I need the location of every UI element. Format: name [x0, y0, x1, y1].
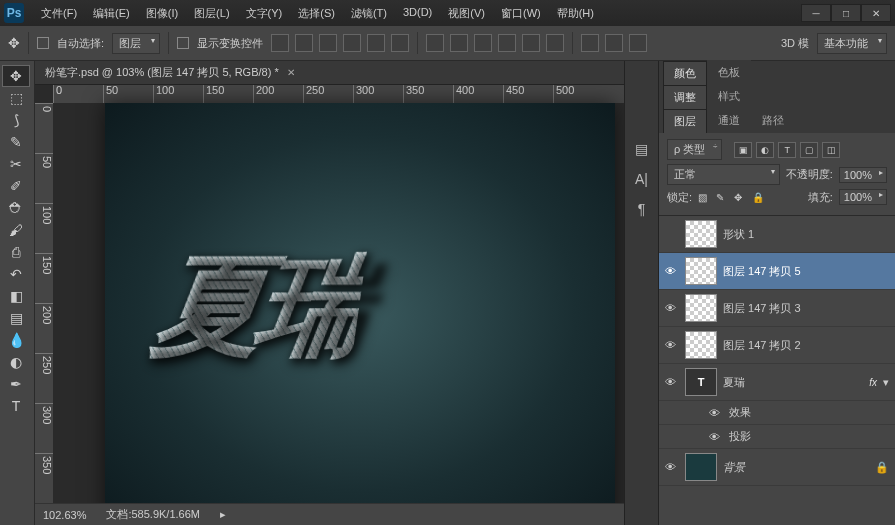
- move-tool[interactable]: ✥: [2, 65, 30, 87]
- layer-thumb[interactable]: T: [685, 368, 717, 396]
- dist-3-icon[interactable]: [474, 34, 492, 52]
- filter-shape-icon[interactable]: ▢: [800, 142, 818, 158]
- visibility-toggle[interactable]: 👁: [665, 302, 679, 314]
- fx-chevron-icon[interactable]: ▾: [883, 376, 889, 389]
- menu-window[interactable]: 窗口(W): [494, 3, 548, 24]
- status-arrow-icon[interactable]: ▸: [220, 508, 226, 521]
- transform-checkbox[interactable]: [177, 37, 189, 49]
- wand-tool[interactable]: ✎: [2, 131, 30, 153]
- tab-paths[interactable]: 路径: [751, 108, 795, 133]
- menu-file[interactable]: 文件(F): [34, 3, 84, 24]
- filter-type-dropdown[interactable]: ρ 类型: [667, 139, 722, 160]
- gradient-tool[interactable]: ▤: [2, 307, 30, 329]
- align-vcenter-icon[interactable]: [295, 34, 313, 52]
- lock-pos-icon[interactable]: ✥: [734, 192, 746, 203]
- menu-view[interactable]: 视图(V): [441, 3, 492, 24]
- crop-tool[interactable]: ✂: [2, 153, 30, 175]
- visibility-toggle[interactable]: 👁: [665, 461, 679, 473]
- layer-row[interactable]: 👁 T 夏瑞 fx ▾: [659, 364, 895, 401]
- layer-name[interactable]: 图层 147 拷贝 2: [723, 338, 889, 353]
- layer-name[interactable]: 图层 147 拷贝 3: [723, 301, 889, 316]
- menu-help[interactable]: 帮助(H): [550, 3, 601, 24]
- canvas-text-art[interactable]: 夏瑞: [145, 233, 370, 382]
- blend-mode-dropdown[interactable]: 正常: [667, 164, 780, 185]
- dist-2-icon[interactable]: [450, 34, 468, 52]
- close-button[interactable]: ✕: [861, 4, 891, 22]
- layer-thumb[interactable]: [685, 220, 717, 248]
- menu-select[interactable]: 选择(S): [291, 3, 342, 24]
- dist-6-icon[interactable]: [546, 34, 564, 52]
- layer-name[interactable]: 夏瑞: [723, 375, 863, 390]
- menu-type[interactable]: 文字(Y): [239, 3, 290, 24]
- dist-5-icon[interactable]: [522, 34, 540, 52]
- fx-effects[interactable]: 👁 效果: [659, 401, 895, 425]
- para-icon[interactable]: ¶: [638, 201, 646, 217]
- tab-style[interactable]: 样式: [707, 84, 751, 109]
- filter-type-icon[interactable]: T: [778, 142, 796, 158]
- layer-thumb[interactable]: [685, 331, 717, 359]
- menu-filter[interactable]: 滤镜(T): [344, 3, 394, 24]
- align-top-icon[interactable]: [271, 34, 289, 52]
- menu-image[interactable]: 图像(I): [139, 3, 185, 24]
- document-close-icon[interactable]: ✕: [287, 67, 295, 78]
- menu-edit[interactable]: 编辑(E): [86, 3, 137, 24]
- fx-badge[interactable]: fx: [869, 377, 877, 388]
- align-bottom-icon[interactable]: [319, 34, 337, 52]
- layer-name[interactable]: 背景: [723, 460, 869, 475]
- layer-name[interactable]: 图层 147 拷贝 5: [723, 264, 889, 279]
- visibility-toggle[interactable]: 👁: [709, 431, 723, 443]
- tab-color[interactable]: 颜色: [663, 61, 707, 85]
- maximize-button[interactable]: □: [831, 4, 861, 22]
- history-icon[interactable]: ▤: [635, 141, 648, 157]
- layer-thumb[interactable]: [685, 294, 717, 322]
- menu-layer[interactable]: 图层(L): [187, 3, 236, 24]
- brush-tool[interactable]: 🖌: [2, 219, 30, 241]
- layer-row[interactable]: 形状 1: [659, 216, 895, 253]
- type-tool[interactable]: T: [2, 395, 30, 417]
- align-left-icon[interactable]: [343, 34, 361, 52]
- 3d-1-icon[interactable]: [581, 34, 599, 52]
- lock-pixels-icon[interactable]: ▧: [698, 192, 710, 203]
- layer-row[interactable]: 👁 图层 147 拷贝 5: [659, 253, 895, 290]
- layer-row[interactable]: 👁 背景 🔒: [659, 449, 895, 486]
- tab-layers[interactable]: 图层: [663, 109, 707, 133]
- layer-thumb[interactable]: [685, 453, 717, 481]
- minimize-button[interactable]: ─: [801, 4, 831, 22]
- document-tab[interactable]: 粉笔字.psd @ 103% (图层 147 拷贝 5, RGB/8) * ✕: [35, 61, 624, 85]
- lasso-tool[interactable]: ⟆: [2, 109, 30, 131]
- dist-1-icon[interactable]: [426, 34, 444, 52]
- fill-input[interactable]: 100%: [839, 189, 887, 205]
- tab-swatch[interactable]: 色板: [707, 60, 751, 85]
- align-hcenter-icon[interactable]: [367, 34, 385, 52]
- 3d-2-icon[interactable]: [605, 34, 623, 52]
- fx-shadow[interactable]: 👁 投影: [659, 425, 895, 449]
- stamp-tool[interactable]: ⎙: [2, 241, 30, 263]
- filter-pixel-icon[interactable]: ▣: [734, 142, 752, 158]
- history-tool[interactable]: ↶: [2, 263, 30, 285]
- char-icon[interactable]: A|: [635, 171, 648, 187]
- visibility-toggle[interactable]: 👁: [665, 265, 679, 277]
- visibility-toggle[interactable]: 👁: [709, 407, 723, 419]
- eraser-tool[interactable]: ◧: [2, 285, 30, 307]
- layer-row[interactable]: 👁 图层 147 拷贝 3: [659, 290, 895, 327]
- layer-row[interactable]: 👁 图层 147 拷贝 2: [659, 327, 895, 364]
- canvas[interactable]: 夏瑞: [105, 103, 615, 503]
- marquee-tool[interactable]: ⬚: [2, 87, 30, 109]
- layer-dropdown[interactable]: 图层: [112, 33, 160, 54]
- align-right-icon[interactable]: [391, 34, 409, 52]
- eyedrop-tool[interactable]: ✐: [2, 175, 30, 197]
- zoom-level[interactable]: 102.63%: [43, 509, 86, 521]
- menu-3d[interactable]: 3D(D): [396, 3, 439, 24]
- autoselect-checkbox[interactable]: [37, 37, 49, 49]
- lock-paint-icon[interactable]: ✎: [716, 192, 728, 203]
- tab-adjust[interactable]: 调整: [663, 85, 707, 109]
- dist-4-icon[interactable]: [498, 34, 516, 52]
- 3d-3-icon[interactable]: [629, 34, 647, 52]
- workspace-dropdown[interactable]: 基本功能: [817, 33, 887, 54]
- lock-all-icon[interactable]: 🔒: [752, 192, 764, 203]
- tab-channels[interactable]: 通道: [707, 108, 751, 133]
- layer-thumb[interactable]: [685, 257, 717, 285]
- opacity-input[interactable]: 100%: [839, 167, 887, 183]
- blur-tool[interactable]: 💧: [2, 329, 30, 351]
- filter-adjust-icon[interactable]: ◐: [756, 142, 774, 158]
